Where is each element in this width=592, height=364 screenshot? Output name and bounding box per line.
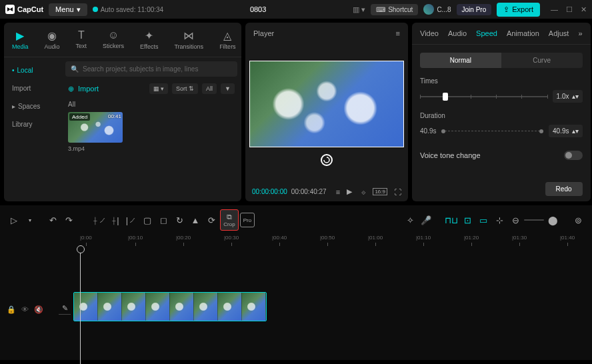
pointer-tool[interactable]: ▷	[7, 213, 21, 227]
user-name: C...8	[437, 6, 451, 13]
player-menu-icon[interactable]: ≡	[396, 29, 400, 37]
visibility-icon[interactable]: 👁	[21, 305, 29, 314]
filter-all-button[interactable]: All	[202, 83, 217, 94]
sidebar-item-import[interactable]: Import	[4, 79, 61, 97]
redo-button[interactable]: ↷	[61, 213, 76, 227]
list-icon[interactable]: ≡	[336, 188, 340, 196]
loading-icon	[321, 154, 333, 166]
corner-handle[interactable]	[399, 142, 404, 147]
undo-button[interactable]: ↶	[45, 213, 60, 227]
layout-icon[interactable]: ▥ ▾	[353, 5, 365, 14]
zoom-in[interactable]: ⬤	[545, 213, 560, 227]
mode-normal[interactable]: Normal	[420, 53, 501, 68]
times-slider-row: 1.0x▴▾	[420, 90, 583, 103]
prop-tab-audio[interactable]: Audio	[448, 29, 467, 37]
timeline-clip[interactable]: 1.00x	[73, 292, 267, 321]
voice-tone-label: Voice tone change	[420, 151, 481, 159]
spinner-icon[interactable]: ▴▾	[572, 127, 579, 135]
tab-text[interactable]: TText	[72, 27, 91, 53]
prop-tab-adjust[interactable]: Adjust	[549, 29, 569, 37]
prop-tab-video[interactable]: Video	[420, 29, 439, 37]
duration-slider[interactable]	[441, 131, 543, 131]
autosave-text: Auto saved: 11:00:34	[101, 6, 164, 13]
shortcut-button[interactable]: ⌨ Shortcut	[371, 4, 418, 15]
fullscreen-icon[interactable]: ⛶	[394, 188, 401, 196]
tab-effects[interactable]: ✦Effects	[136, 27, 162, 53]
sidebar-item-spaces[interactable]: ▸ Spaces	[4, 97, 61, 115]
minimize-icon[interactable]: —	[551, 5, 558, 14]
mute-icon[interactable]: 🔇	[34, 305, 43, 314]
clip-thumbnail[interactable]: Added 00:41	[68, 112, 123, 143]
sidebar-item-local[interactable]: Local	[4, 61, 61, 79]
ratio-icon[interactable]: 16:9	[373, 188, 387, 195]
scale-icon[interactable]: ⟐	[361, 188, 366, 196]
tab-transitions[interactable]: ⋈Transitions	[170, 27, 207, 53]
filter-icon-button[interactable]: ▼	[221, 83, 235, 94]
join-pro-button[interactable]: Join Pro	[457, 4, 492, 15]
tab-media[interactable]: ▶Media	[8, 27, 33, 53]
split-left-tool[interactable]: ⟊|	[108, 213, 123, 227]
corner-handle[interactable]	[399, 61, 404, 66]
tab-audio[interactable]: ◉Audio	[41, 27, 64, 53]
prop-tab-speed[interactable]: Speed	[476, 29, 497, 37]
lock-icon[interactable]: 🔒	[7, 305, 16, 314]
maximize-icon[interactable]: ☐	[566, 5, 573, 14]
duration-label: Duration	[420, 112, 583, 119]
corner-handle[interactable]	[249, 61, 255, 66]
close-icon[interactable]: ✕	[581, 5, 587, 14]
properties-body: Normal Curve Times 1.0x▴▾ Duration 40.9s…	[412, 45, 591, 177]
mode-curve[interactable]: Curve	[501, 53, 583, 68]
mic-tool[interactable]: 🎤	[419, 213, 433, 227]
link-tool[interactable]: ⊡	[460, 213, 475, 227]
magic-tool[interactable]: ✧	[403, 213, 417, 227]
track-edit-icon[interactable]: ✎	[59, 303, 71, 315]
split-right-tool[interactable]: |⟋	[124, 213, 139, 227]
export-button[interactable]: ⇪ Export	[497, 3, 540, 17]
delete-tool[interactable]: ▢	[140, 213, 155, 227]
prop-tab-animation[interactable]: Animation	[507, 29, 539, 37]
audio-icon: ◉	[47, 29, 57, 42]
sidebar-item-library[interactable]: Library	[4, 115, 61, 133]
spinner-icon[interactable]: ▴▾	[572, 93, 579, 100]
grid-view-button[interactable]: ▦ ▾	[149, 83, 169, 94]
menu-button[interactable]: Menu ▾	[49, 3, 87, 16]
smart-tool[interactable]: Pro	[240, 213, 255, 227]
media-clip[interactable]: Added 00:41 3.mp4	[65, 112, 237, 155]
preview-tool[interactable]: ▭	[476, 213, 491, 227]
more-tabs-icon[interactable]: »	[578, 29, 582, 37]
timeline-body[interactable]: 🔒 👁 🔇 ✎ 1.00x	[0, 247, 592, 360]
align-tool[interactable]: ⊹	[492, 213, 507, 227]
user-badge[interactable]: C...8	[423, 4, 451, 15]
pointer-dropdown[interactable]: ▾	[23, 213, 37, 227]
slider-thumb[interactable]	[443, 93, 448, 101]
redo-button[interactable]: Redo	[545, 182, 583, 196]
zoom-out[interactable]: ⊖	[508, 213, 523, 227]
transitions-icon: ⋈	[183, 29, 194, 42]
split-tool[interactable]: ⟊⟋	[92, 213, 107, 227]
voice-tone-switch[interactable]	[564, 151, 583, 160]
tab-stickers[interactable]: ☺Stickers	[99, 27, 128, 53]
tab-filters[interactable]: ◬Filters	[215, 27, 240, 53]
media-icon: ▶	[16, 29, 24, 42]
times-slider[interactable]	[420, 96, 547, 97]
timeline-ruler[interactable]: |0:00 |00:10 |00:20 |00:30 |00:40 |00:50…	[0, 235, 592, 247]
rotate-tool[interactable]: ⟳	[204, 213, 219, 227]
corner-handle[interactable]	[249, 142, 255, 147]
zoom-slider[interactable]	[524, 219, 544, 221]
reverse-tool[interactable]: ↻	[172, 213, 187, 227]
frame-tool[interactable]: ◻	[156, 213, 171, 227]
times-value[interactable]: 1.0x▴▾	[553, 90, 583, 103]
fit-tool[interactable]: ⊚	[571, 213, 585, 227]
duration-value[interactable]: 40.9s▴▾	[549, 125, 582, 137]
playhead[interactable]	[80, 247, 81, 364]
play-button[interactable]: ▶	[347, 187, 352, 196]
snap-tool[interactable]: ⊓⊔	[444, 213, 459, 227]
sort-button[interactable]: Sort ⇅	[172, 83, 198, 94]
mirror-tool[interactable]: ▲	[188, 213, 203, 227]
video-preview[interactable]	[249, 61, 404, 147]
crop-tool[interactable]: ⧉ Crop	[220, 209, 239, 231]
plus-icon: ⊕	[68, 85, 74, 93]
search-input[interactable]: 🔍 Search project, subjects in image, lin…	[65, 61, 237, 77]
import-button[interactable]: ⊕ Import	[68, 85, 99, 93]
media-body: Local Import ▸ Spaces Library 🔍 Search p…	[4, 57, 241, 201]
